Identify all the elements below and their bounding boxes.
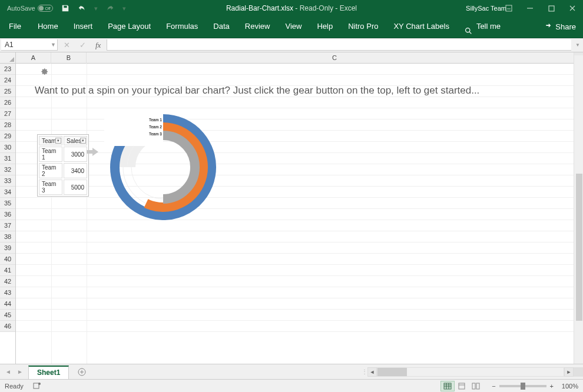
scrollbar-thumb[interactable]	[576, 174, 582, 321]
view-page-break-icon[interactable]	[469, 381, 483, 391]
tab-view[interactable]: View	[277, 16, 309, 36]
row-header[interactable]: 39	[0, 242, 15, 254]
sheet-nav-next-icon[interactable]: ►	[14, 368, 26, 375]
svg-rect-23	[472, 383, 475, 389]
share-label: Share	[555, 22, 576, 31]
tab-review[interactable]: Review	[237, 16, 278, 36]
view-normal-icon[interactable]	[440, 381, 455, 391]
minimize-icon[interactable]	[519, 0, 541, 16]
row-header[interactable]: 40	[0, 254, 15, 265]
zoom-slider[interactable]	[499, 385, 546, 387]
tab-help[interactable]: Help	[309, 16, 340, 36]
legend-item: Team 2	[149, 124, 162, 131]
tab-xy-chart-labels[interactable]: XY Chart Labels	[386, 16, 456, 36]
tell-me-search[interactable]: Tell me	[457, 16, 508, 36]
arrow-right-icon	[87, 147, 98, 158]
sheet-nav-prev-icon[interactable]: ◄	[2, 368, 14, 375]
row-header[interactable]: 37	[0, 220, 15, 231]
scrollbar-thumb[interactable]	[377, 368, 407, 376]
legend-item: Team 3	[149, 131, 162, 138]
row-header[interactable]: 25	[0, 86, 15, 97]
zoom-in-button[interactable]: +	[550, 383, 554, 390]
autosave-label: AutoSave	[7, 5, 35, 12]
svg-rect-14	[34, 383, 39, 388]
filter-dropdown-icon[interactable]: ▾	[80, 138, 86, 144]
row-header[interactable]: 46	[0, 321, 15, 332]
tab-file[interactable]: File	[0, 16, 30, 36]
share-button[interactable]: Share	[544, 22, 576, 32]
macro-record-icon[interactable]	[33, 381, 41, 391]
cancel-formula-icon: ✕	[64, 41, 70, 49]
row-header[interactable]: 26	[0, 97, 15, 108]
table-cell: 5000	[64, 180, 87, 195]
zoom-out-button[interactable]: −	[492, 383, 495, 390]
scroll-left-icon[interactable]: ◄	[367, 367, 377, 377]
row-header[interactable]: 31	[0, 153, 15, 164]
horizontal-scrollbar[interactable]: ◄ ►	[367, 367, 574, 377]
row-header[interactable]: 36	[0, 209, 15, 220]
search-icon	[465, 22, 473, 31]
row-header[interactable]: 42	[0, 276, 15, 287]
expand-formula-bar-icon[interactable]: ▼	[572, 38, 583, 52]
row-header[interactable]: 35	[0, 198, 15, 209]
tab-formulas[interactable]: Formulas	[158, 16, 206, 36]
table-header: Sales	[67, 138, 81, 144]
row-header[interactable]: 29	[0, 131, 15, 142]
redo-icon	[106, 4, 114, 12]
column-header[interactable]: C	[87, 52, 583, 64]
sheet-tab-bar: ◄ ► Sheet1 ◄ ►	[0, 364, 583, 379]
svg-rect-0	[506, 5, 512, 11]
sheet-tab-active[interactable]: Sheet1	[28, 366, 69, 380]
undo-icon[interactable]	[78, 4, 86, 12]
close-icon[interactable]	[562, 0, 583, 16]
save-icon[interactable]	[61, 4, 69, 12]
row-headers: 23 24 25 26 27 28 29 30 31 32 33 34 35 3…	[0, 52, 16, 364]
zoom-level[interactable]: 100%	[557, 383, 578, 390]
row-header[interactable]: 30	[0, 142, 15, 153]
row-header[interactable]: 45	[0, 310, 15, 321]
add-sheet-button[interactable]	[75, 365, 89, 379]
row-header[interactable]: 43	[0, 287, 15, 298]
ribbon-options-icon[interactable]	[498, 0, 519, 16]
status-bar: Ready − + 100%	[0, 379, 583, 392]
row-header[interactable]: 24	[0, 75, 15, 86]
select-all-corner[interactable]	[0, 52, 15, 64]
row-header[interactable]: 33	[0, 175, 15, 187]
scroll-right-icon[interactable]: ►	[564, 367, 574, 377]
tab-home[interactable]: Home	[30, 16, 66, 36]
row-header[interactable]: 41	[0, 265, 15, 276]
insert-function-icon[interactable]: fx	[95, 41, 101, 50]
qat-dropdown-icon[interactable]: ▾	[122, 5, 126, 12]
view-page-layout-icon[interactable]	[455, 381, 469, 391]
row-header[interactable]: 28	[0, 119, 15, 131]
formula-input[interactable]	[107, 39, 571, 51]
row-header[interactable]: 34	[0, 187, 15, 198]
row-header[interactable]: 44	[0, 298, 15, 310]
column-header[interactable]: B	[51, 52, 87, 64]
column-headers: A B C	[16, 52, 583, 64]
table-cell: 3000	[64, 147, 87, 162]
tab-nitro-pro[interactable]: Nitro Pro	[340, 16, 386, 36]
cell-grid[interactable]	[16, 64, 583, 364]
chevron-down-icon[interactable]: ▼	[51, 42, 56, 48]
name-box[interactable]: A1 ▼	[1, 39, 58, 51]
status-mode: Ready	[5, 383, 24, 390]
row-header[interactable]: 38	[0, 231, 15, 242]
row-header[interactable]: 23	[0, 64, 15, 75]
autosave-toggle[interactable]: AutoSave Off	[7, 5, 53, 12]
name-box-value: A1	[5, 41, 14, 49]
svg-rect-24	[476, 383, 479, 389]
table-cell: Team 3	[39, 180, 62, 195]
tab-insert[interactable]: Insert	[66, 16, 101, 36]
svg-line-6	[469, 32, 471, 34]
tab-data[interactable]: Data	[206, 16, 237, 36]
filter-dropdown-icon[interactable]: ▾	[55, 138, 61, 144]
row-header[interactable]: 27	[0, 108, 15, 119]
row-header[interactable]: 32	[0, 164, 15, 175]
tab-page-layout[interactable]: Page Layout	[100, 16, 158, 36]
vertical-scrollbar[interactable]	[574, 52, 583, 364]
column-header[interactable]: A	[16, 52, 51, 64]
gear-icon[interactable]	[39, 67, 49, 76]
maximize-icon[interactable]	[541, 0, 562, 16]
radial-bar-chart: Team 1 Team 2 Team 3	[104, 114, 222, 220]
